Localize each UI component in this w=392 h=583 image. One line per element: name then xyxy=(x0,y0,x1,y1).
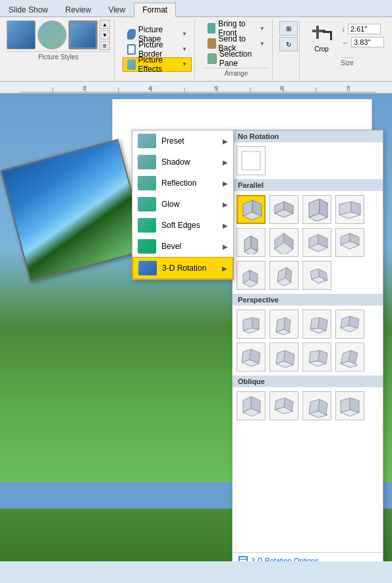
crop-size-row: Crop ↕ ↔ xyxy=(308,21,387,56)
tab-slideshow[interactable]: Slide Show xyxy=(0,2,57,16)
picture-border-button[interactable]: Picture Border ▼ xyxy=(123,42,192,57)
selection-pane-button[interactable]: Selection Pane xyxy=(203,51,269,66)
style-expand[interactable]: ≡ xyxy=(99,41,110,50)
style-scroll-up[interactable]: ▲ xyxy=(99,20,110,29)
rotation-item-persp-3[interactable] xyxy=(302,310,331,339)
rotation-item-parallel-11[interactable] xyxy=(302,261,331,290)
menu-item-glow[interactable]: Glow ▶ xyxy=(132,194,233,215)
picture-effects-button[interactable]: Picture Effects ▼ xyxy=(123,57,192,72)
menu-item-bevel[interactable]: Bevel ▶ xyxy=(132,236,233,257)
parallel-4-svg xyxy=(338,198,362,221)
crop-label: Crop xyxy=(314,45,329,53)
parallel-3-svg xyxy=(305,198,329,221)
rotation-item-persp-1[interactable] xyxy=(237,310,266,339)
pic-style-3[interactable] xyxy=(69,20,98,49)
menu-item-preset[interactable]: Preset ▶ xyxy=(132,130,233,152)
size-fields: ↕ ↔ xyxy=(339,21,387,56)
send-to-back-arrow: ▼ xyxy=(260,41,265,47)
parallel-grid xyxy=(233,191,383,294)
rotation-item-parallel-1[interactable] xyxy=(237,195,266,224)
rotation-item-parallel-3[interactable] xyxy=(302,195,331,224)
rotate-button[interactable]: ↻ xyxy=(279,37,298,51)
svg-marker-74 xyxy=(318,350,327,364)
persp-8-svg xyxy=(338,345,362,369)
picture-styles-section: ▲ ▼ ≡ Picture Styles xyxy=(3,18,115,80)
oblique-3-svg xyxy=(305,394,329,418)
rotation-item-oblique-1[interactable] xyxy=(237,391,266,420)
tab-review[interactable]: Review xyxy=(57,2,99,16)
style-scroll-down[interactable]: ▼ xyxy=(99,30,110,40)
selection-pane-label: Selection Pane xyxy=(219,49,265,68)
pic-style-1[interactable] xyxy=(7,20,36,49)
3d-rotation-label: 3-D Rotation xyxy=(162,264,206,273)
picture-styles-label: Picture Styles xyxy=(7,51,110,61)
menu-item-3d-rotation[interactable]: 3-D Rotation ▶ xyxy=(132,257,233,279)
perspective-title: Perspective xyxy=(233,294,383,306)
bevel-icon xyxy=(138,239,156,254)
parallel-9-svg xyxy=(239,264,263,287)
rotation-item-parallel-9[interactable] xyxy=(237,261,266,290)
rotation-item-persp-5[interactable] xyxy=(237,343,266,372)
rotation-item-parallel-10[interactable] xyxy=(269,261,298,290)
rotation-item-persp-7[interactable] xyxy=(302,343,331,372)
rotation-item-persp-4[interactable] xyxy=(335,310,364,339)
svg-text:4: 4 xyxy=(148,85,152,92)
rotation-options-label: 3-D Rotation Options... xyxy=(251,557,325,561)
height-input[interactable] xyxy=(351,37,384,47)
flat-box-svg xyxy=(239,149,263,173)
rotation-item-oblique-2[interactable] xyxy=(269,391,298,420)
bevel-arrow: ▶ xyxy=(223,243,228,250)
send-to-back-icon xyxy=(208,38,216,49)
parallel-10-svg xyxy=(272,264,296,287)
no-rotation-grid xyxy=(233,142,383,179)
arrange-section: Bring to Front ▼ Send to Back ▼ Selectio… xyxy=(200,18,273,80)
oblique-4-svg xyxy=(338,394,362,418)
picture-shape-icon xyxy=(127,29,136,40)
width-input[interactable] xyxy=(348,24,381,34)
align-rotate-section: ⊞ ↻ xyxy=(278,18,300,80)
rotation-item-parallel-7[interactable] xyxy=(302,228,331,257)
tab-format[interactable]: Format xyxy=(134,3,176,17)
size-section: Crop ↕ ↔ Size xyxy=(305,18,389,80)
menu-item-reflection[interactable]: Reflection ▶ xyxy=(132,173,233,194)
perspective-grid xyxy=(233,306,383,375)
rotation-item-flat[interactable] xyxy=(237,146,266,175)
tab-view[interactable]: View xyxy=(99,2,134,16)
no-rotation-title: No Rotation xyxy=(233,130,383,142)
rotation-item-parallel-8[interactable] xyxy=(335,228,364,257)
rotation-item-parallel-6[interactable] xyxy=(269,228,298,257)
rotation-item-parallel-5[interactable] xyxy=(237,228,266,257)
crop-button[interactable]: Crop xyxy=(308,21,335,56)
rotation-item-oblique-3[interactable] xyxy=(302,391,331,420)
rotation-item-persp-2[interactable] xyxy=(269,310,298,339)
parallel-title: Parallel xyxy=(233,179,383,191)
shadow-arrow: ▶ xyxy=(223,159,228,166)
bring-to-front-button[interactable]: Bring to Front ▼ xyxy=(203,21,269,36)
send-to-back-button[interactable]: Send to Back ▼ xyxy=(203,36,269,51)
glow-label: Glow xyxy=(161,200,179,209)
rotation-item-parallel-2[interactable] xyxy=(269,195,298,224)
soft-edges-arrow: ▶ xyxy=(223,222,228,229)
oblique-1-svg xyxy=(239,394,263,418)
menu-item-soft-edges[interactable]: Soft Edges ▶ xyxy=(132,215,233,236)
rotation-options-footer[interactable]: 3-D Rotation Options... xyxy=(233,552,383,561)
rotation-item-persp-8[interactable] xyxy=(335,343,364,372)
shadow-label: Shadow xyxy=(161,157,190,167)
reflection-arrow: ▶ xyxy=(223,180,228,187)
menu-item-shadow[interactable]: Shadow ▶ xyxy=(132,152,233,173)
persp-7-svg xyxy=(305,345,329,369)
svg-rect-20 xyxy=(242,152,260,170)
picture-shape-button[interactable]: Picture Shape ▼ xyxy=(123,27,192,42)
preset-label: Preset xyxy=(161,136,184,146)
align-button[interactable]: ⊞ xyxy=(279,21,298,36)
pic-style-2[interactable] xyxy=(38,20,67,49)
picture-effects-icon xyxy=(127,59,136,70)
parallel-1-svg xyxy=(239,198,263,221)
width-icon: ↕ xyxy=(342,26,345,33)
bring-to-front-arrow: ▼ xyxy=(260,26,265,32)
rotation-scrollable[interactable]: No Rotation Parallel xyxy=(233,130,383,552)
persp-1-svg xyxy=(239,312,263,336)
rotation-item-persp-6[interactable] xyxy=(269,343,298,372)
rotation-item-oblique-4[interactable] xyxy=(335,391,364,420)
rotation-item-parallel-4[interactable] xyxy=(335,195,364,224)
